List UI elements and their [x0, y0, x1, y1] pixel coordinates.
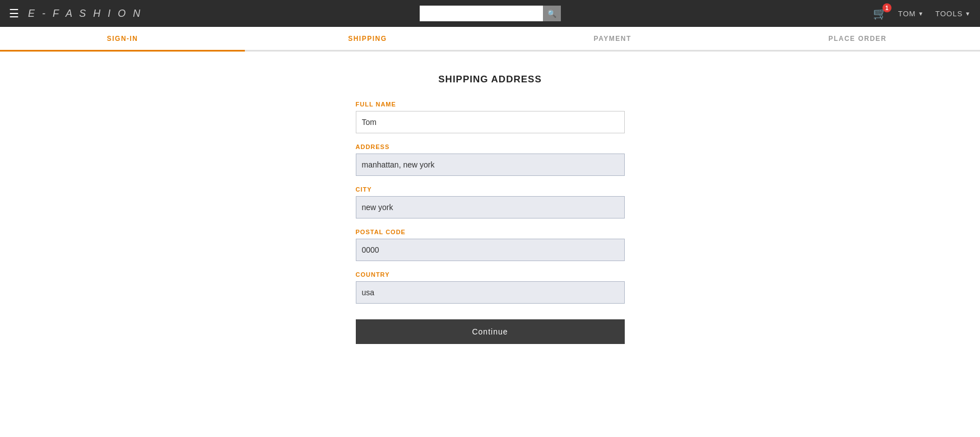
address-input[interactable]	[356, 154, 625, 176]
step-sign-in[interactable]: SIGN-IN	[0, 35, 245, 43]
postal-code-label: POSTAL CODE	[356, 229, 625, 235]
city-label: CITY	[356, 186, 625, 193]
tools-menu[interactable]: TOOLS ▼	[935, 10, 971, 18]
step-place-order[interactable]: PLACE ORDER	[735, 35, 980, 43]
step-payment[interactable]: PAYMENT	[490, 35, 735, 43]
city-input[interactable]	[356, 196, 625, 218]
cart-badge: 1	[883, 3, 891, 12]
search-input[interactable]	[420, 6, 543, 21]
tools-label: TOOLS	[935, 10, 963, 18]
user-label: TOM	[898, 10, 916, 18]
full-name-label: FULL NAME	[356, 101, 625, 108]
main-content: SHIPPING ADDRESS FULL NAME ADDRESS CITY …	[0, 52, 980, 378]
step-shipping[interactable]: SHIPPING	[245, 35, 490, 43]
cart-button[interactable]: 🛒 1	[873, 7, 887, 20]
city-field-group: CITY	[356, 186, 625, 218]
tools-caret-icon: ▼	[965, 11, 971, 17]
postal-code-field-group: POSTAL CODE	[356, 229, 625, 261]
shipping-form: SHIPPING ADDRESS FULL NAME ADDRESS CITY …	[356, 74, 625, 344]
address-label: ADDRESS	[356, 143, 625, 150]
navbar-right: 🛒 1 TOM ▼ TOOLS ▼	[873, 7, 971, 20]
search-button[interactable]: 🔍	[543, 6, 561, 21]
progress-nav: SIGN-IN SHIPPING PAYMENT PLACE ORDER	[0, 27, 980, 52]
user-caret-icon: ▼	[918, 11, 924, 17]
full-name-input[interactable]	[356, 111, 625, 133]
navbar: ☰ E - F A S H I O N 🔍 🛒 1 TOM ▼ TOOLS ▼	[0, 0, 980, 27]
search-icon: 🔍	[547, 10, 556, 18]
postal-code-input[interactable]	[356, 239, 625, 261]
country-input[interactable]	[356, 281, 625, 304]
user-menu[interactable]: TOM ▼	[898, 10, 925, 18]
country-field-group: COUNTRY	[356, 271, 625, 304]
menu-button[interactable]: ☰	[9, 8, 19, 19]
search-bar: 🔍	[420, 6, 561, 21]
country-label: COUNTRY	[356, 271, 625, 278]
form-title: SHIPPING ADDRESS	[356, 74, 625, 85]
address-field-group: ADDRESS	[356, 143, 625, 176]
full-name-field-group: FULL NAME	[356, 101, 625, 133]
continue-button[interactable]: Continue	[356, 319, 625, 344]
